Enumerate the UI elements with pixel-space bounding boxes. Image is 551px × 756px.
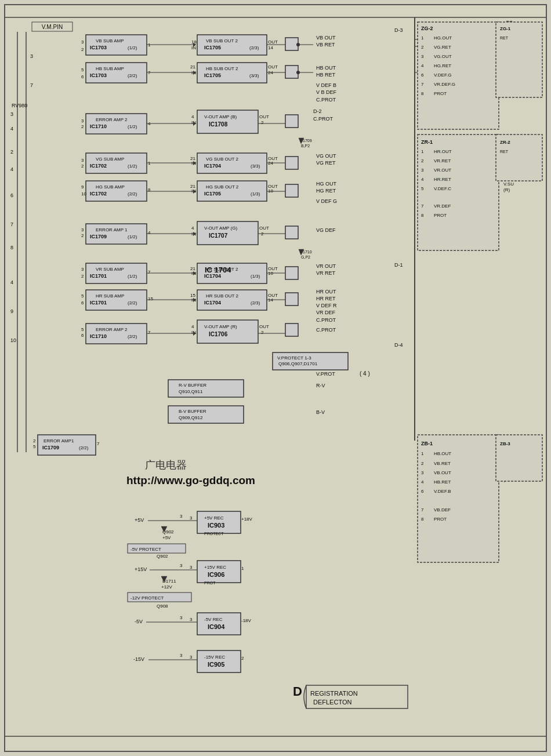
svg-text:1: 1	[421, 35, 424, 41]
svg-text:3: 3	[180, 563, 183, 568]
svg-text:HB.RET: HB.RET	[434, 479, 451, 485]
svg-text:VB SUB AMP: VB SUB AMP	[96, 38, 124, 43]
svg-text:1: 1	[241, 566, 244, 571]
svg-text:HG.RET: HG.RET	[434, 63, 451, 68]
svg-text:+15V: +15V	[135, 566, 147, 572]
svg-text:8: 8	[10, 245, 13, 250]
svg-text:3: 3	[81, 39, 84, 45]
svg-text:-15V: -15V	[133, 656, 144, 662]
svg-text:(1/2): (1/2)	[128, 45, 137, 50]
svg-text:VR RET: VR RET	[316, 270, 336, 276]
svg-text:ZG-2: ZG-2	[421, 26, 433, 31]
svg-text:2: 2	[81, 233, 84, 238]
svg-text:HG OUT: HG OUT	[316, 181, 337, 187]
ic1704-label: IC 1704	[205, 266, 231, 274]
svg-text:IC906: IC906	[208, 571, 224, 578]
svg-text:V.DEF.G: V.DEF.G	[434, 72, 451, 78]
svg-text:HB SUB OUT 2: HB SUB OUT 2	[206, 66, 238, 71]
svg-text:4: 4	[148, 230, 151, 235]
svg-text:15: 15	[148, 296, 153, 301]
svg-text:8: 8	[421, 91, 424, 96]
svg-text:10: 10	[10, 337, 16, 343]
svg-rect-190	[285, 324, 298, 336]
svg-text:VB OUT: VB OUT	[316, 35, 336, 41]
svg-text:C.PROT: C.PROT	[316, 327, 336, 333]
svg-text:HR RET: HR RET	[316, 296, 336, 301]
svg-text:IC1707: IC1707	[209, 232, 228, 239]
svg-text:(3/3): (3/3)	[249, 73, 259, 78]
svg-text:HB SUB AMP: HB SUB AMP	[96, 66, 124, 71]
svg-text:1: 1	[421, 149, 424, 154]
svg-text:B-V BUFFER: B-V BUFFER	[179, 409, 206, 414]
svg-rect-96	[285, 157, 298, 169]
svg-rect-284	[418, 135, 499, 250]
svg-text:4: 4	[421, 63, 424, 68]
svg-text:PROTECT: PROTECT	[204, 532, 224, 536]
svg-text:HB.OUT: HB.OUT	[434, 451, 451, 456]
svg-text:VG.RET: VG.RET	[434, 45, 451, 50]
svg-text:VR.OUT: VR.OUT	[434, 168, 451, 173]
svg-text:2: 2	[241, 656, 244, 661]
svg-text:V-OUT AMP (B): V-OUT AMP (B)	[204, 114, 237, 119]
svg-text:VG RET: VG RET	[316, 160, 336, 166]
svg-text:IC1709: IC1709	[90, 234, 107, 239]
svg-text:+12V: +12V	[161, 584, 173, 590]
svg-rect-75	[285, 115, 298, 128]
svg-text:2: 2	[33, 438, 36, 444]
svg-text:VG OUT: VG OUT	[316, 153, 336, 159]
svg-text:(2/3): (2/3)	[251, 300, 260, 306]
svg-text:V DEF R: V DEF R	[316, 303, 337, 308]
svg-text:RV980: RV980	[12, 103, 27, 108]
svg-text:IC1710: IC1710	[90, 123, 107, 129]
svg-rect-305	[418, 435, 499, 562]
svg-text:(2/3): (2/3)	[249, 45, 259, 50]
svg-text:V.SU: V.SU	[503, 181, 514, 187]
svg-text:(1/3): (1/3)	[251, 191, 260, 197]
svg-text:(1/2): (1/2)	[128, 163, 137, 169]
svg-text:V.DEF.C: V.DEF.C	[434, 186, 451, 191]
svg-text:21: 21	[190, 64, 195, 70]
svg-text:VR OUT: VR OUT	[316, 263, 336, 269]
svg-text:6: 6	[421, 72, 424, 78]
svg-text:D-1: D-1	[394, 262, 403, 268]
svg-text:4: 4	[421, 479, 424, 485]
svg-text:IC1701: IC1701	[90, 300, 107, 306]
svg-text:VB.DEF: VB.DEF	[434, 507, 451, 513]
svg-point-359	[296, 71, 300, 74]
schematic-svg: V.M.PIN RV980 3 7 3 4 2 4 6 7 8 4 9 10 V…	[0, 0, 551, 756]
svg-text:ERROR AMP 2: ERROR AMP 2	[96, 117, 128, 122]
svg-text:3: 3	[10, 111, 13, 117]
svg-text:+5V: +5V	[162, 535, 171, 540]
section-name-line1: REGISTRATION	[310, 690, 358, 697]
svg-text:2: 2	[261, 120, 264, 125]
svg-text:7: 7	[148, 330, 151, 335]
svg-text:V-OUT AMP (G): V-OUT AMP (G)	[204, 226, 237, 231]
svg-text:VB RET: VB RET	[316, 42, 335, 48]
svg-text:(3/3): (3/3)	[251, 163, 260, 169]
svg-text:IC1702: IC1702	[90, 163, 107, 169]
svg-text:ZG-1: ZG-1	[500, 26, 511, 31]
svg-text:VB.RET: VB.RET	[434, 461, 451, 466]
svg-text:D-3: D-3	[394, 27, 403, 33]
svg-text:3: 3	[190, 655, 193, 660]
svg-text:VB.OUT: VB.OUT	[434, 470, 451, 475]
svg-text:(1/2): (1/2)	[128, 274, 137, 279]
svg-text:(2/2): (2/2)	[128, 300, 137, 306]
svg-text:3: 3	[190, 565, 193, 570]
svg-text:V DEF B: V DEF B	[316, 82, 336, 88]
svg-text:OUT: OUT	[268, 64, 278, 70]
svg-text:-5V PROTECT: -5V PROTECT	[130, 547, 161, 552]
svg-text:3: 3	[81, 118, 84, 123]
svg-text:IC1709: IC1709	[42, 445, 59, 450]
svg-text:(1/2): (1/2)	[128, 234, 137, 239]
svg-text:2: 2	[421, 461, 424, 466]
svg-text:2: 2	[421, 158, 424, 163]
svg-text:4: 4	[191, 226, 194, 231]
svg-text:OUT: OUT	[259, 226, 269, 231]
svg-text:4: 4	[10, 166, 13, 172]
svg-text:3: 3	[421, 54, 424, 59]
svg-text:Q908: Q908	[157, 604, 168, 609]
svg-text:3: 3	[421, 168, 424, 173]
svg-text:HR.RET: HR.RET	[434, 177, 451, 182]
svg-text:V.M.PIN: V.M.PIN	[42, 24, 63, 30]
